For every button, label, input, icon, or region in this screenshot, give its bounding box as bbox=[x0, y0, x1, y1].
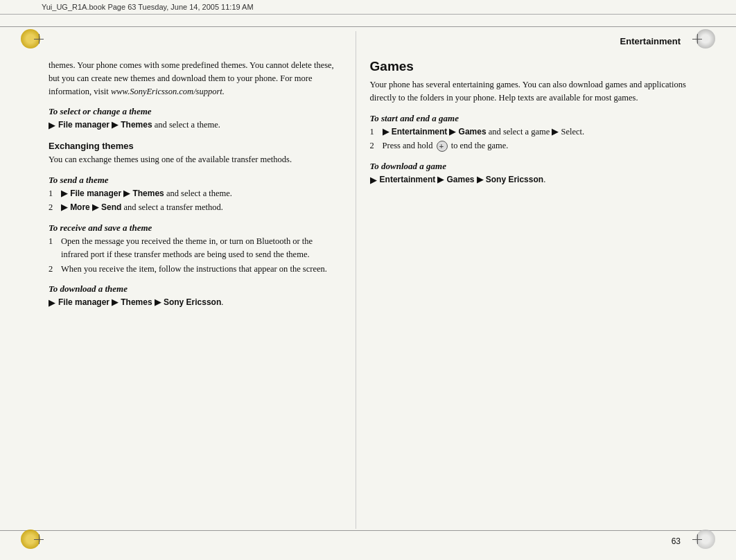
select-theme-nav: File manager ▶ Themes and select a theme… bbox=[58, 119, 220, 132]
step-num-2: 2 bbox=[49, 201, 61, 214]
bottom-rule bbox=[0, 530, 736, 531]
select-theme-heading: To select or change a theme bbox=[49, 106, 342, 117]
send-step-1: 1 ▶ File manager ▶ Themes and select a t… bbox=[49, 187, 342, 200]
step-num-1: 1 bbox=[49, 187, 61, 200]
send-step-2-content: ▶ More ▶ Send and select a transfer meth… bbox=[61, 201, 342, 214]
select-theme-step: ▶ File manager ▶ Themes and select a the… bbox=[49, 119, 342, 132]
send-theme-heading: To send a theme bbox=[49, 175, 342, 186]
download-game-nav: Entertainment ▶ Games ▶ Sony Ericsson. bbox=[380, 173, 546, 186]
download-game-heading-text: To download a game bbox=[370, 161, 446, 171]
exchanging-para: You can exchange themes using one of the… bbox=[49, 153, 342, 166]
download-theme-heading: To download a theme bbox=[49, 283, 342, 295]
intro-url: www.SonyEricsson.com/support. bbox=[111, 87, 225, 96]
download-theme-step: ▶ File manager ▶ Themes ▶ Sony Ericsson. bbox=[49, 296, 342, 310]
send-theme-heading-text: To send a theme bbox=[49, 175, 109, 185]
download-theme-nav: File manager ▶ Themes ▶ Sony Ericsson. bbox=[58, 296, 223, 309]
start-step-num-1: 1 bbox=[370, 125, 383, 139]
start-step-num-2: 2 bbox=[370, 139, 383, 152]
send-step-1-content: ▶ File manager ▶ Themes and select a the… bbox=[61, 187, 342, 200]
intro-paragraph: themes. Your phone comes with some prede… bbox=[49, 59, 342, 98]
page: Yui_UG_R1A.book Page 63 Tuesday, June 14… bbox=[0, 0, 736, 560]
exchanging-heading-text: Exchanging themes bbox=[49, 141, 134, 151]
top-bar: Yui_UG_R1A.book Page 63 Tuesday, June 14… bbox=[0, 0, 736, 15]
receive-step-2-content: When you receive the item, follow the in… bbox=[61, 263, 342, 276]
right-column: Games Your phone has several entertainin… bbox=[356, 31, 687, 529]
exchanging-heading: Exchanging themes bbox=[49, 141, 342, 151]
arrow-icon: ▶ bbox=[49, 119, 58, 132]
page-number: 63 bbox=[672, 536, 681, 546]
start-end-heading: To start and end a game bbox=[370, 113, 687, 124]
start-end-heading-text: To start and end a game bbox=[370, 113, 459, 123]
left-column: themes. Your phone comes with some prede… bbox=[49, 31, 356, 529]
receive-theme-heading: To receive and save a theme bbox=[49, 222, 342, 234]
receive-step-num-2: 2 bbox=[49, 263, 61, 276]
receive-step-1-content: Open the message you received the theme … bbox=[61, 235, 342, 261]
download-arrow-icon: ▶ bbox=[49, 296, 58, 310]
start-step-1-content: ▶ Entertainment ▶ Games and select a gam… bbox=[383, 125, 687, 139]
receive-theme-list: 1 Open the message you received the them… bbox=[49, 235, 342, 275]
download-game-heading: To download a game bbox=[370, 161, 687, 172]
send-step-2: 2 ▶ More ▶ Send and select a transfer me… bbox=[49, 201, 342, 214]
receive-step-2: 2 When you receive the item, follow the … bbox=[49, 263, 342, 276]
download-game-step: ▶ Entertainment ▶ Games ▶ Sony Ericsson. bbox=[370, 173, 687, 187]
select-theme-heading-text: To select or change a theme bbox=[49, 106, 152, 116]
start-step-2-content: Press and hold to end the game. bbox=[383, 139, 687, 152]
start-step-2: 2 Press and hold to end the game. bbox=[370, 139, 687, 152]
receive-theme-heading-text: To receive and save a theme bbox=[49, 222, 152, 233]
start-end-list: 1 ▶ Entertainment ▶ Games and select a g… bbox=[370, 125, 687, 153]
top-rule bbox=[0, 26, 736, 27]
start-step-1: 1 ▶ Entertainment ▶ Games and select a g… bbox=[370, 125, 687, 139]
games-heading: Games bbox=[370, 59, 687, 74]
content-area: themes. Your phone comes with some prede… bbox=[49, 31, 687, 529]
top-bar-text: Yui_UG_R1A.book Page 63 Tuesday, June 14… bbox=[42, 3, 254, 11]
end-game-button-icon bbox=[437, 141, 448, 152]
send-theme-list: 1 ▶ File manager ▶ Themes and select a t… bbox=[49, 187, 342, 215]
receive-step-1: 1 Open the message you received the them… bbox=[49, 235, 342, 261]
receive-step-num-1: 1 bbox=[49, 235, 61, 248]
games-para: Your phone has several entertaining game… bbox=[370, 78, 687, 105]
download-game-arrow-icon: ▶ bbox=[370, 173, 380, 187]
download-theme-heading-text: To download a theme bbox=[49, 283, 128, 294]
